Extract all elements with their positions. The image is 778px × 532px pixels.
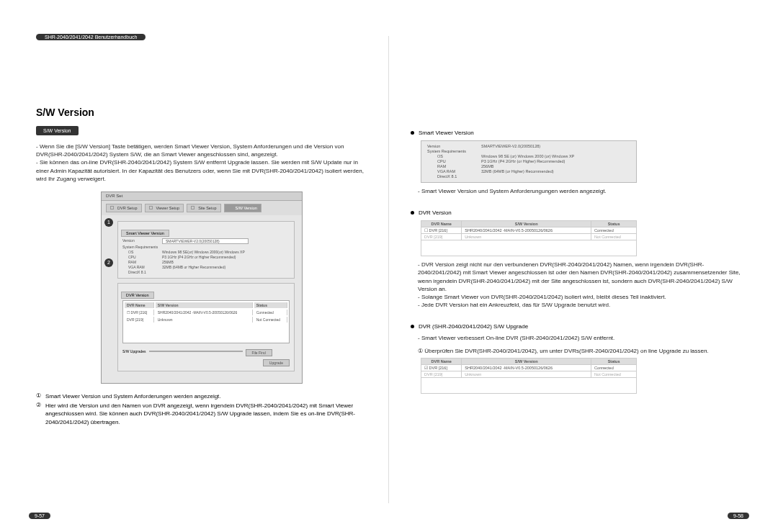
- version-field: SMARTVIEWER-V2.0(20050128): [162, 238, 249, 244]
- tab-viewer-setup[interactable]: Viewer Setup: [145, 204, 184, 212]
- table-row[interactable]: ☐ DVR [216]SHR2040/2041/2042 -MAIN-V0.5-…: [421, 227, 637, 234]
- tab-icon: [110, 206, 114, 209]
- note-text: - Smart Viewer verbessert On-line DVR (S…: [411, 334, 742, 342]
- table-row: DVR [219]UnknownNot Connected: [125, 317, 287, 323]
- tab-sw-version[interactable]: S/W Version: [224, 204, 261, 212]
- dvr-version-table: DVR NameS/W VersionStatus ☐ DVR [216]SHR…: [421, 220, 637, 256]
- upgrade-button[interactable]: Upgrade: [263, 359, 290, 366]
- file-path-field[interactable]: [149, 351, 243, 352]
- checkbox-icon[interactable]: ☐: [127, 310, 130, 315]
- tab-badge-icon: S/W Version: [36, 126, 79, 135]
- table-row[interactable]: ☐ DVR [216]SHR2040/2041/2042 -MAIN-V0.5-…: [125, 310, 287, 315]
- page-spread: SHR-2040/2041/2042 Benutzerhandbuch S/W …: [0, 0, 778, 532]
- tab-dvr-setup[interactable]: DVR Setup: [106, 204, 142, 212]
- screenshot-sw-version: DVR Set DVR Setup Viewer Setup Site Setu…: [101, 191, 303, 384]
- tab-icon: [149, 206, 153, 209]
- dvr-version-table: DVR NameS/W VersionStatus ☐ DVR [216]SHR…: [122, 300, 290, 343]
- group-dvr-version: DVR Version DVR NameS/W VersionStatus ☐ …: [117, 283, 295, 371]
- tab-icon: [228, 206, 232, 209]
- bullet-icon: [411, 325, 414, 328]
- table-row[interactable]: ☑ DVR [216]SHR2040/2041/2042 -MAIN-V0.5-…: [421, 364, 637, 371]
- tab-icon: [191, 206, 194, 209]
- group-title: DVR Version: [121, 292, 154, 299]
- subhead-sw-upgrade: DVR (SHR-2040/2041/2042) S/W Upgrade: [411, 323, 742, 330]
- checkbox-icon[interactable]: ☑: [424, 366, 428, 370]
- table-row: DVR [219]UnknownNot Connected: [421, 371, 637, 377]
- group-smart-viewer-version: Smart Viewer Version VersionSMARTVIEWER-…: [117, 221, 295, 279]
- panel-system-requirements: VersionSMARTVIEWER-V2.0(20050128) System…: [421, 140, 637, 183]
- callout-1-text: ①Smart Viewer Version und System Anforde…: [36, 392, 367, 400]
- note-text: - Smart Viewer Version und System Anford…: [411, 187, 742, 195]
- intro-paragraph: - Wenn Sie die [S/W Version] Taste betät…: [36, 143, 367, 183]
- bullet-icon: [411, 211, 414, 215]
- section-title: S/W Version: [36, 107, 367, 118]
- page-number: 9-57: [29, 513, 50, 519]
- page-right: Smart Viewer Version VersionSMARTVIEWER-…: [389, 0, 778, 532]
- manual-header: SHR-2040/2041/2042 Benutzerhandbuch: [36, 34, 146, 40]
- callout-2-badge: 2: [104, 258, 113, 267]
- table-row: DVR [219]UnknownNot Connected: [421, 234, 637, 240]
- checkbox-icon[interactable]: ☐: [424, 228, 428, 233]
- note-text: - DVR Version zeigt nicht nur den verbun…: [411, 261, 742, 293]
- callout-1-badge: 1: [104, 218, 113, 227]
- upgrade-step-1: ① Überprüfen Sie DVR(SHR-2040/2041/2042)…: [411, 347, 742, 355]
- dvr-upgrade-table: DVR NameS/W VersionStatus ☑ DVR [216]SHR…: [421, 358, 637, 394]
- screenshot-titlebar: DVR Set: [102, 192, 302, 201]
- bullet-icon: [411, 131, 414, 135]
- note-text: - Solange Smart Viewer von DVR(SHR-2040/…: [411, 293, 742, 301]
- callout-2-text: ②Hier wird die Version und den Namen von…: [36, 402, 367, 426]
- tab-site-setup[interactable]: Site Setup: [187, 204, 220, 212]
- file-find-button[interactable]: File Find: [246, 349, 272, 356]
- note-text: - Jede DVR Version hat ein Ankreuzfeld, …: [411, 301, 742, 309]
- page-left: SHR-2040/2041/2042 Benutzerhandbuch S/W …: [0, 0, 389, 532]
- screenshot-tabs: DVR Setup Viewer Setup Site Setup S/W Ve…: [102, 201, 302, 215]
- subhead-dvr-version: DVR Version: [411, 209, 742, 216]
- page-number: 9-58: [728, 513, 749, 519]
- subhead-smart-viewer-version: Smart Viewer Version: [411, 130, 742, 136]
- group-title: Smart Viewer Version: [121, 230, 169, 237]
